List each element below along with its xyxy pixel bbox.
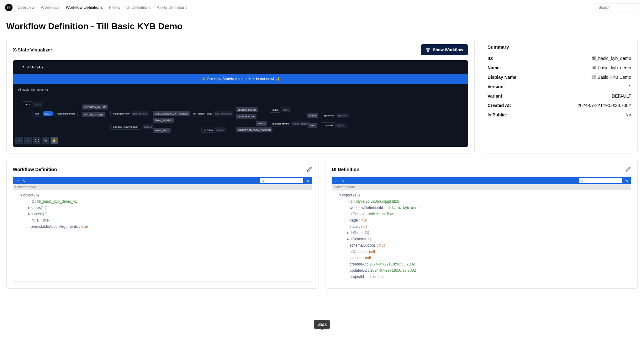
event-approve[interactable]: approve [307,113,318,118]
badge-failure-2: failure [281,107,291,112]
event-collection-flow-finished-2[interactable]: COLLECTION_FLOW_FINISHED [236,127,272,132]
event-vendor-done[interactable]: VENDOR_DONE [236,114,256,119]
nav-link-workflow-definitions[interactable]: Workflow Definitions [66,5,103,10]
state-manual-review[interactable]: manual_review [270,121,292,126]
caret-right-icon[interactable]: ▶ [346,230,350,236]
nav-link-alerts-definitions[interactable]: Alerts Definitions [157,5,187,10]
event-revision[interactable]: revision [256,121,267,126]
state-collection-flow[interactable]: collection_flow [110,111,132,116]
zoom-out-button[interactable]: − [15,137,23,144]
nav-link-filters[interactable]: Filters [109,5,120,10]
badge-collection-flow: collection_flow [131,111,149,116]
badge-rejected: rejected [335,123,347,128]
caret-down-icon[interactable]: ▼ [19,192,23,198]
summary-title: Summary [488,44,631,50]
json-row: predictableActionArguments:true [16,223,309,230]
json-row: uiContext:collection_flow [335,211,628,217]
ui-json-body[interactable]: ▼object {13} id:clyxej2pl020prudljapkldz… [332,190,631,282]
edit-icon[interactable] [626,166,631,172]
ui-json-toolbar: ⤢ ⤡ ▾▴ [332,177,631,184]
state-pending-resubmission[interactable]: pending_resubmission [110,124,141,130]
expand-all-icon[interactable]: ⤢ [334,178,339,183]
caret-right-icon[interactable]: ▶ [27,211,31,217]
summary-value: DEFAULT [612,94,631,99]
wf-json-search [260,178,303,183]
pan-button[interactable]: ✋ [50,137,58,144]
collapse-all-icon[interactable]: ⤡ [21,178,26,183]
zoom-in-button[interactable]: + [24,137,32,144]
expand-all-icon[interactable]: ⤢ [15,178,20,183]
summary-card: Summary ID:till_basic_kyb_demoName:till_… [481,38,638,153]
json-row: workflowDefinitionId:till_basic_kyb_demo [335,205,628,211]
workflow-definition-card: Workflow Definition ⤢ ⤡ ▾▴ Select a node… [6,160,319,289]
edit-icon[interactable] [307,166,312,172]
summary-row: Created At:2024-07-22T19:50:33.700Z [488,103,631,108]
collapse-all-icon[interactable]: ⤡ [340,178,345,183]
ui-definition-card: UI Definition ⤢ ⤡ ▾▴ Select a node... ▼o… [325,160,638,289]
fit-view-button[interactable]: ⛶ [33,137,40,144]
stately-editor-link[interactable]: new Stately visual editor [214,77,255,81]
sort-icon[interactable]: ▾▴ [625,179,629,183]
ui-json-panel: ⤢ ⤡ ▾▴ Select a node... ▼object {13} id:… [332,177,631,282]
summary-row: Name:till_basic_kyb_demo [488,65,631,70]
json-row: locales:null [335,255,628,261]
event-email-failure[interactable]: EMAIL_FAILURE [153,118,174,123]
search-icon [580,179,583,182]
state-idle[interactable]: idle [33,111,42,116]
state-approved[interactable]: approved [321,113,337,118]
nav-link-ui-definitions[interactable]: UI Definitions [126,5,150,10]
json-row: uiOptions:null [335,249,628,255]
caret-down-icon[interactable]: ▼ [338,192,342,198]
svg-point-5 [262,180,263,181]
search-input[interactable] [595,3,639,12]
workflow-icon [426,48,430,52]
caret-right-icon[interactable]: ▶ [27,205,31,211]
wf-json-search-input[interactable] [264,179,302,183]
ui-json-node-select[interactable]: Select a node... [332,184,631,190]
wf-json-body[interactable]: ▼object {5} id:till_basic_kyb_demo_v1▶st… [13,190,312,281]
badge-approved: approved [336,113,349,118]
state-revision[interactable]: revision [201,127,216,133]
sort-icon[interactable]: ▾▴ [306,179,310,183]
wf-json-panel: ⤢ ⤡ ▾▴ Select a node... ▼object {5} id:t… [13,177,312,281]
json-row: id:till_basic_kyb_demo_v1 [16,198,309,205]
ui-json-search-input[interactable] [583,179,621,183]
event-invitation-sent[interactable]: INVITATION_SENT [82,112,105,117]
summary-label: Variant: [488,94,504,99]
wf-json-node-select[interactable]: Select a node... [13,184,312,190]
state-error[interactable]: error [22,101,33,107]
event-vendor-failed[interactable]: VENDOR_FAILED [236,107,258,112]
app-logo[interactable] [5,4,13,11]
state-collection-invite[interactable]: collection_invite [55,111,78,116]
state-failed[interactable]: failed [270,107,281,113]
visualizer-card: X-State Visualizer Show Workflow STATELY… [6,38,475,153]
nav-link-overview[interactable]: Overview [18,5,34,10]
json-row: state:null [335,223,628,230]
event-invitation-failure[interactable]: INVITATION_FAILURE [82,104,108,110]
json-row: createdAt:2024-07-22T19:50:33.700Z [335,261,628,267]
event-collection-flow-finished[interactable]: COLLECTION_FLOW_FINISHED [153,111,190,116]
stately-canvas[interactable]: till_basic_kyb_demo_v1 error failure idl… [13,84,468,147]
json-row: projectId:till_default [335,274,628,280]
state-rejected[interactable]: rejected [321,122,335,128]
show-workflow-button[interactable]: Show Workflow [421,44,468,55]
json-row: id:clyxej2pl020prudljapkldzh [335,198,628,205]
event-reject[interactable]: reject [308,123,317,128]
ui-definition-title: UI Definition [332,167,359,172]
badge-manual-review: manual_review [291,121,309,126]
nav-links: OverviewWorkflowsWorkflow DefinitionsFil… [18,5,187,10]
nav-link-workflows[interactable]: Workflows [41,5,60,10]
summary-label: Display Name: [488,75,518,80]
caret-right-icon[interactable]: ▶ [346,236,350,242]
badge-data-enrichment: data_enrichment [213,111,233,116]
svg-rect-3 [428,50,429,51]
event-start[interactable]: START [43,111,53,116]
json-row: ▶states {11} [16,205,309,211]
json-row: ▶uiSchema {1} [335,236,628,242]
summary-row: Variant:DEFAULT [488,94,631,99]
state-get-vendor-data[interactable]: get_vendor_data [190,111,214,116]
workflow-definition-title: Workflow Definition [13,167,57,172]
summary-label: Version: [488,84,505,89]
reset-button[interactable]: ↻ [42,137,49,144]
event-email-sent[interactable]: EMAIL_SENT [153,128,171,133]
